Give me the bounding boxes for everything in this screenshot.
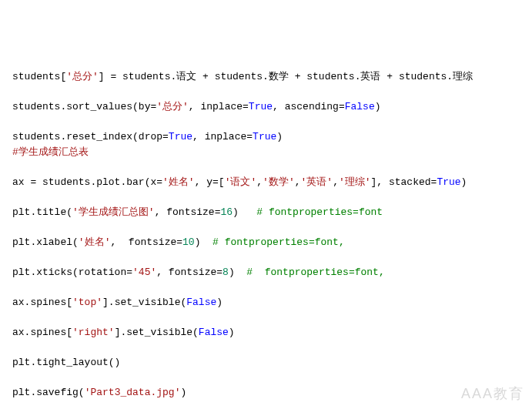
code-token: ) (375, 101, 381, 112)
code-token: 8 (223, 267, 229, 278)
code-token: True (249, 101, 273, 112)
code-line: ax.spines['right'].set_visible(False) (12, 325, 532, 340)
code-token: # fontproperties=font, (212, 236, 345, 248)
code-token: , fontsize= (155, 206, 221, 218)
code-block: students['总分'] = students.语文 + students.… (12, 69, 532, 400)
code-token: plt.tight_layout() (12, 357, 120, 368)
code-token: ) (229, 267, 246, 278)
code-line: ax = students.plot.bar(x='姓名', y=['语文','… (12, 175, 532, 190)
code-token: False (186, 297, 216, 308)
code-token: '数学' (263, 176, 295, 188)
code-token: students.reset_index(drop= (12, 131, 169, 142)
code-line (12, 340, 532, 355)
code-token: ax.spines[ (12, 327, 72, 338)
code-token: , (333, 176, 339, 188)
code-token: True (253, 131, 276, 142)
code-token: ) (195, 236, 212, 248)
code-token: plt.xlabel( (12, 236, 79, 248)
code-token: '45' (132, 267, 156, 278)
code-token: ) (461, 176, 467, 188)
code-token: ) (233, 206, 256, 218)
code-token: , inplace= (189, 101, 249, 112)
code-line (12, 85, 532, 100)
code-token: '总分' (66, 71, 99, 82)
code-token: True (437, 176, 460, 188)
code-token: ax = students.plot.bar(x= (12, 176, 162, 188)
code-token: # fontproperties=font (256, 206, 383, 218)
code-token: 'Part3_data.jpg' (85, 387, 181, 398)
code-token: '学生成绩汇总图' (72, 206, 155, 218)
code-line: plt.tight_layout() (12, 355, 532, 370)
code-token: , (256, 176, 263, 188)
code-token: ) (229, 327, 235, 338)
code-token: ].set_visible( (102, 297, 186, 308)
code-token: #学生成绩汇总表 (12, 146, 89, 158)
code-token: '姓名' (162, 176, 195, 188)
code-token: , fontsize= (110, 236, 182, 248)
code-line (12, 115, 532, 130)
code-line: plt.xticks(rotation='45', fontsize=8) # … (12, 265, 532, 280)
code-token: '姓名' (79, 236, 111, 248)
code-line: plt.xlabel('姓名', fontsize=10) # fontprop… (12, 235, 532, 250)
code-token: plt.xticks(rotation= (12, 267, 132, 278)
code-line: ax.spines['top'].set_visible(False) (12, 295, 532, 310)
code-token: , fontsize= (156, 267, 223, 278)
code-line: students.sort_values(by='总分', inplace=Tr… (12, 99, 532, 115)
code-token: # fontproperties=font, (246, 267, 384, 278)
code-token: 'top' (72, 297, 102, 308)
code-line: plt.title('学生成绩汇总图', fontsize=16) # font… (12, 205, 532, 220)
code-token: ], stacked= (371, 176, 437, 188)
code-token: ax.spines[ (12, 297, 72, 308)
code-token: plt.savefig( (12, 387, 85, 398)
code-token: ) (180, 387, 186, 398)
code-token: ) (276, 131, 283, 142)
code-line (12, 280, 532, 295)
code-token: 'right' (72, 327, 115, 338)
code-line (12, 159, 532, 175)
code-token: '语文' (225, 176, 257, 188)
code-line: #学生成绩汇总表 (12, 145, 532, 160)
code-token: '英语' (301, 176, 333, 188)
code-token: 10 (182, 236, 195, 248)
code-line (12, 370, 532, 385)
code-token: , ascending= (273, 101, 345, 112)
code-line (12, 310, 532, 325)
code-line: students.reset_index(drop=True, inplace=… (12, 129, 532, 145)
code-token: False (199, 327, 229, 338)
code-token: students.sort_values(by= (12, 101, 156, 112)
code-token: students[ (12, 71, 66, 82)
code-token: ] = students.语文 + students.数学 + students… (99, 71, 473, 82)
code-line (12, 220, 532, 235)
code-token: ].set_visible( (115, 327, 199, 338)
code-token: 16 (220, 206, 233, 218)
code-token: plt.title( (12, 206, 72, 218)
code-token: False (345, 101, 375, 112)
code-token: True (169, 131, 192, 142)
code-token: ) (216, 297, 223, 308)
code-line (12, 250, 532, 265)
code-token: , y=[ (195, 176, 225, 188)
code-token: , (295, 176, 301, 188)
code-token: '总分' (156, 101, 189, 112)
code-token: , inplace= (192, 131, 253, 142)
code-line: students['总分'] = students.语文 + students.… (12, 69, 532, 85)
code-line: plt.savefig('Part3_data.jpg') (12, 385, 532, 401)
code-token: '理综' (339, 176, 371, 188)
code-line (12, 189, 532, 205)
